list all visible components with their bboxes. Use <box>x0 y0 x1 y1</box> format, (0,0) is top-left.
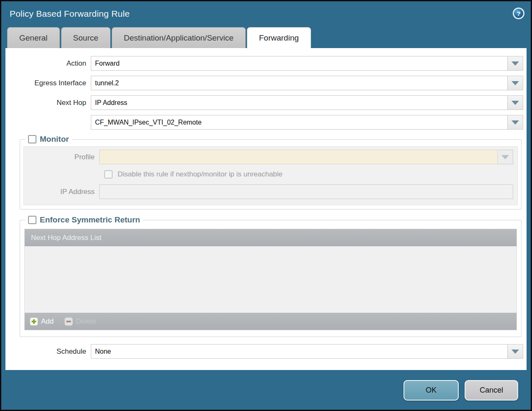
chevron-down-icon <box>511 101 519 105</box>
monitor-ip-address-row: IP Address <box>24 184 513 199</box>
chevron-down-icon <box>511 350 519 354</box>
tab-general[interactable]: General <box>7 27 60 48</box>
chevron-down-icon <box>501 155 509 159</box>
delete-button[interactable]: Delete <box>64 317 96 326</box>
add-button-label: Add <box>41 317 54 326</box>
schedule-row: Schedule <box>10 344 523 359</box>
symmetric-return-legend-label: Enforce Symmetric Return <box>40 215 140 225</box>
forwarding-tab-panel: Action Egress Interface Next Hop <box>5 48 527 370</box>
help-question-icon[interactable]: ? <box>513 8 524 19</box>
chevron-down-icon <box>511 81 519 85</box>
next-hop-type-dropdown-button[interactable] <box>508 95 523 110</box>
egress-interface-dropdown-button[interactable] <box>508 76 523 90</box>
monitor-legend: Monitor <box>25 135 72 144</box>
next-hop-row: Next Hop <box>10 95 523 110</box>
next-hop-type-input[interactable] <box>91 95 508 110</box>
schedule-label: Schedule <box>10 347 91 356</box>
tab-forwarding[interactable]: Forwarding <box>247 27 311 48</box>
schedule-input[interactable] <box>91 344 508 359</box>
next-hop-address-list-header: Next Hop Address List <box>25 229 517 246</box>
next-hop-address-list-body[interactable] <box>25 246 517 313</box>
dialog-titlebar: Policy Based Forwarding Rule ? <box>1 1 531 27</box>
policy-forwarding-dialog: Policy Based Forwarding Rule ? General S… <box>0 0 532 411</box>
symmetric-return-legend: Enforce Symmetric Return <box>25 215 143 225</box>
next-hop-address-row <box>10 115 523 130</box>
add-button[interactable]: Add <box>30 317 54 326</box>
plus-icon <box>30 317 38 326</box>
next-hop-address-list-table: Next Hop Address List Add <box>24 229 517 330</box>
monitor-ip-address-input <box>99 184 513 199</box>
next-hop-address-list-header-label: Next Hop Address List <box>31 234 101 242</box>
schedule-dropdown-button[interactable] <box>508 344 523 359</box>
ok-button[interactable]: OK <box>403 380 459 401</box>
monitor-panel: Profile Disable this rule if nexthop/mon… <box>23 146 518 205</box>
disable-rule-label: Disable this rule if nexthop/monitor ip … <box>118 170 283 179</box>
egress-interface-input[interactable] <box>91 76 508 90</box>
dialog-title: Policy Based Forwarding Rule <box>10 9 522 19</box>
next-hop-address-input[interactable] <box>91 115 508 130</box>
profile-row: Profile <box>24 150 513 164</box>
dialog-footer: OK Cancel <box>1 370 531 410</box>
tab-destination-application-service[interactable]: Destination/Application/Service <box>112 27 246 48</box>
next-hop-address-dropdown-button[interactable] <box>508 115 523 130</box>
delete-button-label: Delete <box>76 317 96 326</box>
symmetric-return-checkbox[interactable] <box>28 216 36 224</box>
action-row: Action <box>10 56 523 71</box>
cancel-button[interactable]: Cancel <box>465 380 518 401</box>
symmetric-return-fieldset: Enforce Symmetric Return Next Hop Addres… <box>20 215 522 337</box>
egress-interface-label: Egress Interface <box>10 79 91 87</box>
chevron-down-icon <box>511 120 519 125</box>
tab-bar: General Source Destination/Application/S… <box>1 27 531 48</box>
disable-rule-row: Disable this rule if nexthop/monitor ip … <box>24 170 513 179</box>
minus-icon <box>64 317 73 326</box>
monitor-checkbox[interactable] <box>28 135 36 143</box>
profile-label: Profile <box>24 153 99 161</box>
tab-source[interactable]: Source <box>61 27 111 48</box>
chevron-down-icon <box>511 61 519 66</box>
next-hop-label: Next Hop <box>10 99 91 107</box>
monitor-fieldset: Monitor Profile Disable this rule if nex… <box>20 135 522 209</box>
disable-rule-checkbox <box>104 170 113 179</box>
monitor-ip-address-label: IP Address <box>24 188 99 196</box>
profile-input <box>99 150 498 164</box>
action-label: Action <box>10 59 91 68</box>
monitor-legend-label: Monitor <box>40 135 69 144</box>
egress-interface-row: Egress Interface <box>10 76 523 90</box>
next-hop-address-list-footer: Add Delete <box>25 313 517 330</box>
action-input[interactable] <box>91 56 508 71</box>
action-dropdown-button[interactable] <box>508 56 523 71</box>
profile-dropdown-button <box>498 150 513 164</box>
